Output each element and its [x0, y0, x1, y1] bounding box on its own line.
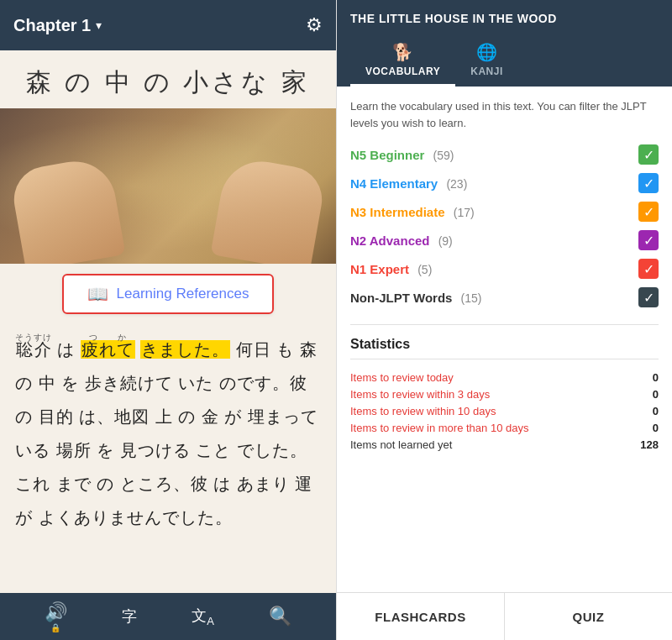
stat-more10days: Items to review in more than 10 days 0	[350, 422, 659, 434]
right-header: The Little House in the Wood 🐕 VOCABULAR…	[337, 0, 672, 87]
n5-checkbox[interactable]: ✓	[638, 144, 659, 165]
settings-button[interactable]: ⚙	[306, 14, 323, 36]
right-panel: The Little House in the Wood 🐕 VOCABULAR…	[336, 0, 672, 640]
n2-count: (9)	[438, 234, 453, 248]
statistics-title: Statistics	[350, 337, 659, 352]
non-jlpt-checkbox[interactable]: ✓	[638, 287, 659, 307]
zoom-button[interactable]: 🔍	[269, 606, 291, 627]
n2-label: N2 Advanced (9)	[350, 233, 453, 248]
n2-checkbox[interactable]: ✓	[638, 230, 659, 250]
stat-today: Items to review today 0	[350, 371, 659, 384]
jlpt-item-non: Non-JLPT Words (15) ✓	[350, 287, 659, 307]
vocab-description: Learn the vocabulary used in this text. …	[350, 98, 659, 131]
n4-count: (23)	[446, 177, 467, 191]
japanese-book-title: 森 の 中 の 小さな 家	[0, 50, 336, 108]
left-panel: Chapter 1 ▾ ⚙ 森 の 中 の 小さな 家 📖 Learning R…	[0, 0, 336, 640]
stat-not-learned-value: 128	[640, 438, 659, 451]
non-jlpt-label: Non-JLPT Words (15)	[350, 291, 481, 305]
audio-icon: 🔊	[45, 601, 67, 623]
jlpt-list: N5 Beginner (59) ✓ N4 Elementary (23) ✓ …	[350, 144, 659, 307]
right-content: Learn the vocabulary used in this text. …	[337, 87, 672, 592]
kanji-globe-icon: 🌐	[476, 42, 498, 62]
n1-checkbox[interactable]: ✓	[638, 259, 659, 279]
map-image	[0, 108, 336, 264]
jlpt-item-n4: N4 Elementary (23) ✓	[350, 173, 659, 193]
kanji-tab-label: KANJI	[470, 66, 503, 77]
chapter-title: Chapter 1	[13, 16, 91, 35]
stat-more10days-label: Items to review in more than 10 days	[350, 422, 528, 434]
bottom-buttons: FLASHCARDS QUIZ	[337, 592, 672, 640]
n3-count: (17)	[454, 206, 475, 219]
japanese-paragraph: 聡介そうすけ は 疲れてつか きました。 何日 も 森 の 中 を 歩き続けて …	[15, 333, 321, 534]
bottom-bar: 🔊 🔒 字 文A 🔍	[0, 593, 336, 640]
tab-vocabulary[interactable]: 🐕 VOCABULARY	[350, 35, 455, 87]
vocabulary-tab-label: VOCABULARY	[365, 66, 440, 77]
tab-kanji[interactable]: 🌐 KANJI	[455, 35, 518, 87]
lock-icon: 🔒	[50, 623, 60, 632]
zoom-icon: 🔍	[269, 606, 291, 627]
content-area: 森 の 中 の 小さな 家 📖 Learning References 聡介そう…	[0, 50, 336, 640]
jlpt-item-n2: N2 Advanced (9) ✓	[350, 230, 659, 250]
learning-references-button[interactable]: 📖 Learning References	[62, 274, 275, 314]
book-title: The Little House in the Wood	[350, 12, 659, 25]
n1-label: N1 Expert (5)	[350, 262, 432, 276]
book-icon: 📖	[87, 284, 108, 304]
tabs: 🐕 VOCABULARY 🌐 KANJI	[350, 35, 659, 87]
stat-not-learned-label: Items not learned yet	[350, 438, 452, 451]
left-header: Chapter 1 ▾ ⚙	[0, 0, 336, 50]
chevron-down-icon: ▾	[96, 18, 102, 32]
translate-icon: 文A	[192, 606, 214, 627]
quiz-button[interactable]: QUIZ	[505, 593, 672, 640]
chapter-selector[interactable]: Chapter 1 ▾	[13, 16, 102, 35]
stat-10days-value: 0	[653, 405, 659, 417]
stat-10days: Items to review within 10 days 0	[350, 405, 659, 417]
stat-3days-value: 0	[653, 388, 659, 401]
divider	[350, 324, 659, 325]
audio-button[interactable]: 🔊 🔒	[45, 601, 67, 632]
stat-3days-label: Items to review within 3 days	[350, 388, 490, 401]
n3-label: N3 Intermediate (17)	[350, 205, 475, 219]
stat-10days-label: Items to review within 10 days	[350, 405, 496, 417]
flashcards-button[interactable]: FLASHCARDS	[337, 593, 505, 640]
learning-ref-label: Learning References	[117, 286, 249, 302]
stat-more10days-value: 0	[653, 422, 659, 434]
learning-ref-wrapper: 📖 Learning References	[0, 264, 336, 324]
stats-list: Items to review today 0 Items to review …	[350, 371, 659, 451]
stat-3days: Items to review within 3 days 0	[350, 388, 659, 401]
n4-checkbox[interactable]: ✓	[638, 173, 659, 193]
translate-button[interactable]: 文A	[192, 606, 214, 627]
kanji-icon: 字	[122, 606, 137, 627]
jlpt-item-n1: N1 Expert (5) ✓	[350, 259, 659, 279]
n1-count: (5)	[417, 263, 432, 276]
non-jlpt-count: (15)	[461, 291, 482, 305]
n4-label: N4 Elementary (23)	[350, 176, 467, 191]
stat-today-value: 0	[653, 371, 659, 384]
n5-label: N5 Beginner (59)	[350, 148, 454, 162]
jlpt-item-n5: N5 Beginner (59) ✓	[350, 144, 659, 165]
n3-checkbox[interactable]: ✓	[638, 202, 659, 222]
jlpt-item-n3: N3 Intermediate (17) ✓	[350, 202, 659, 222]
stats-divider	[350, 359, 659, 359]
n5-count: (59)	[433, 149, 454, 162]
stat-not-learned: Items not learned yet 128	[350, 438, 659, 451]
ruby-sousuke: 聡介そうすけ	[15, 340, 52, 359]
stat-today-label: Items to review today	[350, 371, 454, 384]
vocabulary-icon: 🐕	[392, 42, 414, 62]
kanji-button[interactable]: 字	[122, 606, 137, 627]
ruby-tsukarete: 疲れてつか	[81, 340, 135, 359]
